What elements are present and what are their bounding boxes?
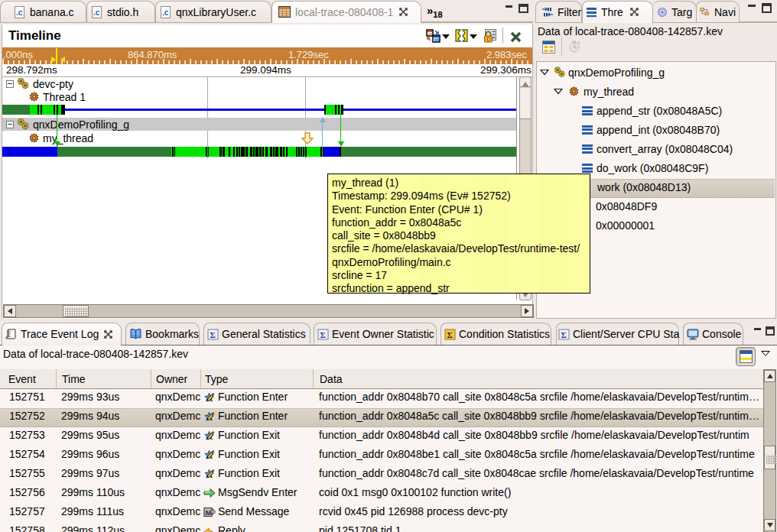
svg-text:.c: .c xyxy=(16,8,23,17)
svg-text:Σ: Σ xyxy=(320,329,326,339)
svg-text:.c: .c xyxy=(162,8,169,17)
svg-text:Σ: Σ xyxy=(210,329,216,339)
svg-text:Σ: Σ xyxy=(561,329,567,339)
svg-text:Σ: Σ xyxy=(447,329,453,339)
svg-text:.c: .c xyxy=(93,8,100,17)
